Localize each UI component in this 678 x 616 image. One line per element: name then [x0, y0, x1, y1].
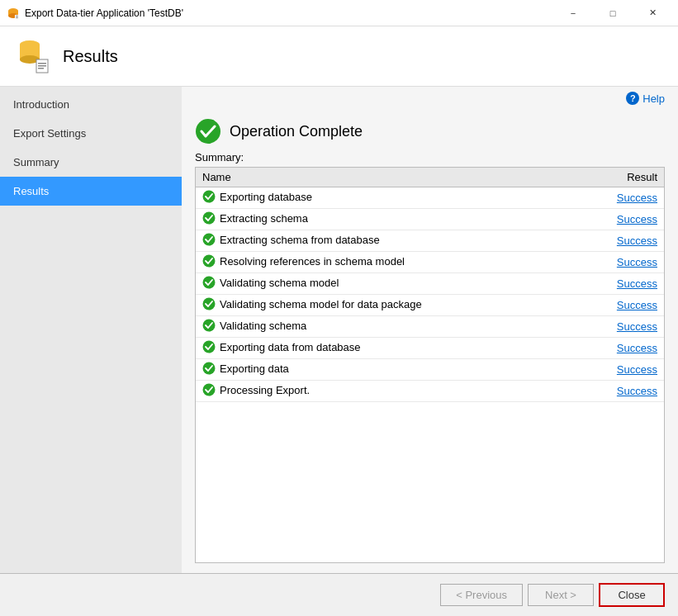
sidebar-item-results[interactable]: Results: [0, 177, 182, 206]
row-name-text: Processing Export.: [220, 384, 310, 396]
row-success-icon: [202, 362, 216, 375]
page-title: Results: [63, 47, 118, 66]
table-row: Validating schema modelSuccess: [196, 273, 664, 295]
svg-point-20: [203, 320, 216, 332]
main-panel-inner: Operation Complete Summary: Name Result: [182, 108, 678, 573]
table-row: Exporting data from databaseSuccess: [196, 338, 664, 359]
svg-rect-4: [16, 16, 18, 17]
row-success-icon: [202, 190, 216, 203]
sidebar-item-export-settings[interactable]: Export Settings: [0, 119, 182, 148]
row-name-text: Validating schema: [220, 320, 306, 332]
table-header-row: Name Result: [196, 168, 664, 187]
close-title-button[interactable]: ✕: [633, 1, 671, 26]
row-name-text: Extracting schema from database: [220, 234, 380, 246]
row-name-text: Resolving references in schema model: [220, 255, 405, 268]
maximize-button[interactable]: □: [594, 1, 632, 26]
success-link[interactable]: Success: [617, 299, 657, 311]
row-success-icon: [202, 340, 216, 353]
table-cell-result[interactable]: Success: [576, 338, 664, 359]
table-cell-result[interactable]: Success: [576, 273, 664, 295]
success-link[interactable]: Success: [617, 235, 657, 247]
svg-point-13: [196, 119, 220, 144]
minimize-button[interactable]: −: [554, 1, 592, 26]
sidebar: Introduction Export Settings Summary Res…: [0, 87, 182, 573]
row-name-text: Validating schema model for data package: [220, 298, 422, 310]
title-bar-controls: − □ ✕: [554, 1, 671, 26]
main-panel: ? Help Operation Complete Summary:: [182, 87, 678, 573]
table-row: Validating schemaSuccess: [196, 316, 664, 338]
svg-point-17: [203, 255, 216, 268]
table-cell-result[interactable]: Success: [576, 187, 664, 209]
table-cell-name: Exporting data: [196, 359, 576, 381]
table-cell-result[interactable]: Success: [576, 230, 664, 252]
sidebar-item-introduction[interactable]: Introduction: [0, 90, 182, 119]
row-success-icon: [202, 254, 216, 268]
row-name-text: Exporting data from database: [220, 341, 361, 353]
svg-point-19: [203, 298, 216, 310]
operation-title: Operation Complete: [230, 123, 363, 140]
table-row: Exporting dataSuccess: [196, 359, 664, 381]
help-link[interactable]: ? Help: [626, 92, 665, 105]
success-link[interactable]: Success: [617, 342, 657, 354]
success-link[interactable]: Success: [617, 256, 657, 268]
table-row: Validating schema model for data package…: [196, 295, 664, 316]
svg-point-16: [203, 234, 216, 246]
previous-button[interactable]: < Previous: [440, 584, 523, 606]
svg-rect-5: [16, 17, 18, 18]
results-table: Name Result Exporting databaseSuccessExt…: [196, 168, 664, 402]
results-table-container: Name Result Exporting databaseSuccessExt…: [195, 167, 665, 563]
success-link[interactable]: Success: [617, 192, 657, 204]
svg-point-21: [203, 341, 216, 353]
table-cell-name: Exporting database: [196, 187, 576, 209]
row-success-icon: [202, 319, 216, 332]
footer: < Previous Next > Close: [0, 573, 678, 616]
operation-header: Operation Complete: [195, 118, 665, 145]
svg-point-23: [203, 384, 216, 396]
table-cell-result[interactable]: Success: [576, 295, 664, 316]
table-cell-name: Validating schema: [196, 316, 576, 338]
svg-rect-12: [38, 68, 44, 69]
row-name-text: Exporting database: [220, 191, 312, 203]
success-icon: [195, 118, 221, 145]
table-row: Exporting databaseSuccess: [196, 187, 664, 209]
title-bar: Export Data-tier Application 'TestDB' − …: [0, 0, 678, 26]
table-cell-name: Extracting schema: [196, 209, 576, 230]
table-row: Extracting schemaSuccess: [196, 209, 664, 230]
table-cell-result[interactable]: Success: [576, 359, 664, 381]
row-success-icon: [202, 297, 216, 310]
table-cell-name: Validating schema model for data package: [196, 295, 576, 316]
svg-rect-11: [38, 65, 46, 67]
row-success-icon: [202, 211, 216, 225]
row-success-icon: [202, 233, 216, 246]
row-name-text: Validating schema model: [220, 277, 339, 289]
table-cell-result[interactable]: Success: [576, 252, 664, 273]
svg-rect-3: [15, 15, 19, 19]
success-link[interactable]: Success: [617, 320, 657, 333]
success-link[interactable]: Success: [617, 363, 657, 376]
table-cell-name: Validating schema model: [196, 273, 576, 295]
row-success-icon: [202, 383, 216, 396]
help-label: Help: [642, 92, 665, 105]
table-cell-name: Processing Export.: [196, 381, 576, 402]
table-cell-result[interactable]: Success: [576, 381, 664, 402]
table-cell-name: Extracting schema from database: [196, 230, 576, 252]
success-link[interactable]: Success: [617, 213, 657, 225]
svg-point-14: [203, 191, 216, 203]
svg-point-15: [203, 212, 216, 225]
sidebar-item-summary[interactable]: Summary: [0, 148, 182, 177]
svg-point-22: [203, 362, 216, 375]
help-icon: ?: [626, 92, 639, 105]
col-header-result: Result: [576, 168, 664, 187]
success-link[interactable]: Success: [617, 277, 657, 290]
table-cell-result[interactable]: Success: [576, 316, 664, 338]
success-link[interactable]: Success: [617, 385, 657, 397]
summary-label: Summary:: [195, 151, 665, 163]
row-success-icon: [202, 276, 216, 289]
close-button[interactable]: Close: [599, 583, 665, 607]
table-row: Resolving references in schema modelSucc…: [196, 252, 664, 273]
next-button[interactable]: Next >: [528, 584, 594, 606]
help-bar: ? Help: [182, 87, 678, 108]
svg-rect-10: [38, 63, 46, 64]
table-cell-result[interactable]: Success: [576, 209, 664, 230]
header-icon: [13, 36, 53, 76]
